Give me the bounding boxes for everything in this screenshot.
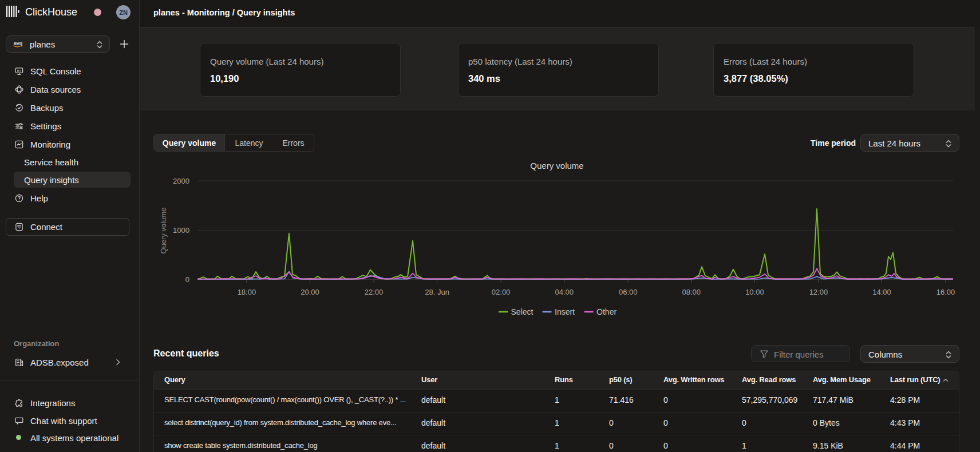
svg-text:18:00: 18:00: [238, 288, 256, 296]
svg-text:22:00: 22:00: [365, 288, 384, 296]
svg-text:Select: Select: [511, 307, 534, 316]
svg-text:10:00: 10:00: [745, 288, 764, 296]
svg-text:28. Jun: 28. Jun: [425, 288, 449, 296]
svg-text:Query volume: Query volume: [159, 208, 168, 254]
svg-text:14:00: 14:00: [872, 288, 891, 296]
svg-text:06:00: 06:00: [619, 288, 638, 296]
svg-text:16:00: 16:00: [936, 288, 955, 296]
svg-text:Other: Other: [596, 307, 617, 316]
svg-text:12:00: 12:00: [809, 288, 828, 296]
svg-text:1000: 1000: [173, 226, 189, 235]
svg-text:08:00: 08:00: [682, 288, 701, 296]
svg-text:02:00: 02:00: [492, 288, 511, 296]
svg-text:20:00: 20:00: [301, 288, 319, 296]
svg-text:0: 0: [185, 275, 189, 284]
svg-text:2000: 2000: [173, 177, 189, 185]
svg-text:04:00: 04:00: [555, 288, 574, 296]
svg-text:Query volume: Query volume: [530, 161, 583, 171]
svg-text:Insert: Insert: [555, 307, 575, 316]
